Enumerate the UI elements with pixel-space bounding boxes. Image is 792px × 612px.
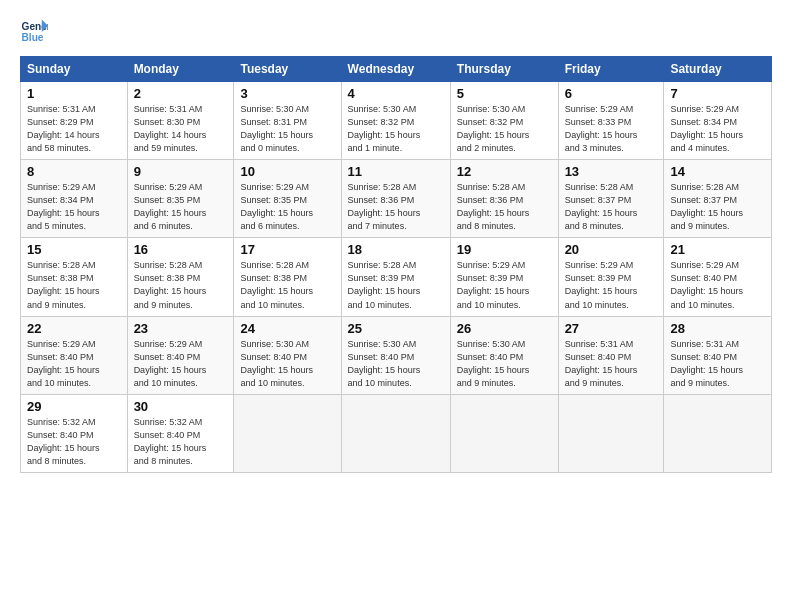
empty-cell-1 [234, 394, 341, 472]
header-wednesday: Wednesday [341, 57, 450, 82]
calendar-page: General Blue Sunday Monday Tuesday Wedne… [0, 0, 792, 612]
day-5: 5 Sunrise: 5:30 AMSunset: 8:32 PMDayligh… [450, 82, 558, 160]
day-1: 1 Sunrise: 5:31 AMSunset: 8:29 PMDayligh… [21, 82, 128, 160]
day-17: 17 Sunrise: 5:28 AMSunset: 8:38 PMDaylig… [234, 238, 341, 316]
day-14: 14 Sunrise: 5:28 AMSunset: 8:37 PMDaylig… [664, 160, 772, 238]
day-26: 26 Sunrise: 5:30 AMSunset: 8:40 PMDaylig… [450, 316, 558, 394]
day-12: 12 Sunrise: 5:28 AMSunset: 8:36 PMDaylig… [450, 160, 558, 238]
weekday-header-row: Sunday Monday Tuesday Wednesday Thursday… [21, 57, 772, 82]
calendar-row-1: 1 Sunrise: 5:31 AMSunset: 8:29 PMDayligh… [21, 82, 772, 160]
day-11: 11 Sunrise: 5:28 AMSunset: 8:36 PMDaylig… [341, 160, 450, 238]
day-10: 10 Sunrise: 5:29 AMSunset: 8:35 PMDaylig… [234, 160, 341, 238]
header-saturday: Saturday [664, 57, 772, 82]
day-8: 8 Sunrise: 5:29 AMSunset: 8:34 PMDayligh… [21, 160, 128, 238]
day-27: 27 Sunrise: 5:31 AMSunset: 8:40 PMDaylig… [558, 316, 664, 394]
header-tuesday: Tuesday [234, 57, 341, 82]
day-19: 19 Sunrise: 5:29 AMSunset: 8:39 PMDaylig… [450, 238, 558, 316]
logo: General Blue [20, 18, 48, 46]
day-16: 16 Sunrise: 5:28 AMSunset: 8:38 PMDaylig… [127, 238, 234, 316]
header-monday: Monday [127, 57, 234, 82]
empty-cell-3 [450, 394, 558, 472]
day-30: 30 Sunrise: 5:32 AMSunset: 8:40 PMDaylig… [127, 394, 234, 472]
calendar-row-4: 22 Sunrise: 5:29 AMSunset: 8:40 PMDaylig… [21, 316, 772, 394]
empty-cell-4 [558, 394, 664, 472]
day-2: 2 Sunrise: 5:31 AMSunset: 8:30 PMDayligh… [127, 82, 234, 160]
empty-cell-2 [341, 394, 450, 472]
day-28: 28 Sunrise: 5:31 AMSunset: 8:40 PMDaylig… [664, 316, 772, 394]
header-friday: Friday [558, 57, 664, 82]
day-13: 13 Sunrise: 5:28 AMSunset: 8:37 PMDaylig… [558, 160, 664, 238]
svg-text:Blue: Blue [22, 32, 44, 43]
logo-icon: General Blue [20, 18, 48, 46]
day-3: 3 Sunrise: 5:30 AMSunset: 8:31 PMDayligh… [234, 82, 341, 160]
day-25: 25 Sunrise: 5:30 AMSunset: 8:40 PMDaylig… [341, 316, 450, 394]
day-7: 7 Sunrise: 5:29 AMSunset: 8:34 PMDayligh… [664, 82, 772, 160]
calendar-row-5: 29 Sunrise: 5:32 AMSunset: 8:40 PMDaylig… [21, 394, 772, 472]
header-sunday: Sunday [21, 57, 128, 82]
day-29: 29 Sunrise: 5:32 AMSunset: 8:40 PMDaylig… [21, 394, 128, 472]
day-6: 6 Sunrise: 5:29 AMSunset: 8:33 PMDayligh… [558, 82, 664, 160]
calendar-table: Sunday Monday Tuesday Wednesday Thursday… [20, 56, 772, 473]
calendar-row-3: 15 Sunrise: 5:28 AMSunset: 8:38 PMDaylig… [21, 238, 772, 316]
empty-cell-5 [664, 394, 772, 472]
day-15: 15 Sunrise: 5:28 AMSunset: 8:38 PMDaylig… [21, 238, 128, 316]
day-20: 20 Sunrise: 5:29 AMSunset: 8:39 PMDaylig… [558, 238, 664, 316]
header-thursday: Thursday [450, 57, 558, 82]
header: General Blue [20, 18, 772, 46]
day-24: 24 Sunrise: 5:30 AMSunset: 8:40 PMDaylig… [234, 316, 341, 394]
day-4: 4 Sunrise: 5:30 AMSunset: 8:32 PMDayligh… [341, 82, 450, 160]
calendar-row-2: 8 Sunrise: 5:29 AMSunset: 8:34 PMDayligh… [21, 160, 772, 238]
day-23: 23 Sunrise: 5:29 AMSunset: 8:40 PMDaylig… [127, 316, 234, 394]
day-21: 21 Sunrise: 5:29 AMSunset: 8:40 PMDaylig… [664, 238, 772, 316]
day-18: 18 Sunrise: 5:28 AMSunset: 8:39 PMDaylig… [341, 238, 450, 316]
day-9: 9 Sunrise: 5:29 AMSunset: 8:35 PMDayligh… [127, 160, 234, 238]
day-22: 22 Sunrise: 5:29 AMSunset: 8:40 PMDaylig… [21, 316, 128, 394]
